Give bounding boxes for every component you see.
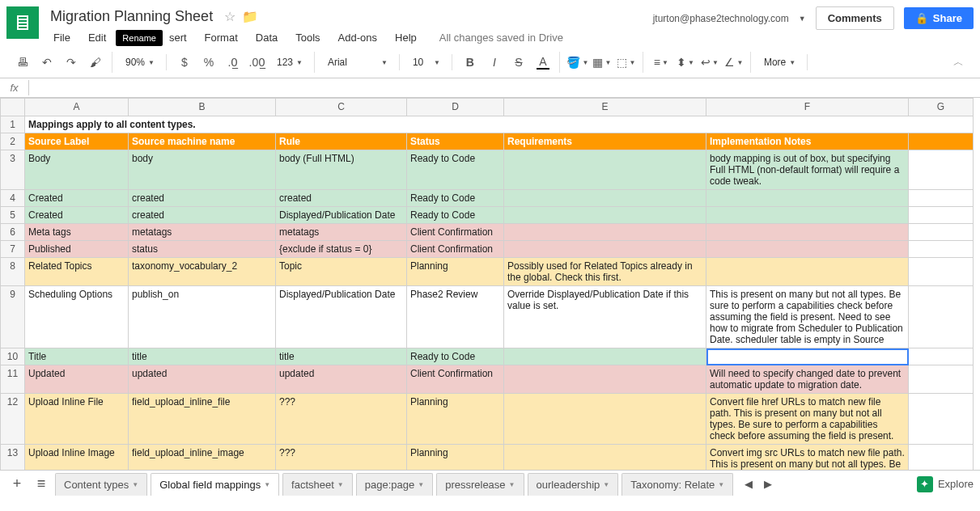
cell[interactable] <box>504 241 706 258</box>
cell[interactable]: Published <box>25 241 129 258</box>
row-header[interactable]: 7 <box>1 241 25 258</box>
cell[interactable]: status <box>129 241 276 258</box>
cell[interactable]: Status <box>407 133 504 150</box>
cell[interactable]: updated <box>129 365 276 394</box>
cell[interactable]: created <box>276 190 407 207</box>
cell[interactable]: Mappings apply to all content types. <box>25 116 974 133</box>
folder-icon[interactable]: 📁 <box>242 9 258 24</box>
col-header-d[interactable]: D <box>407 99 504 116</box>
cell[interactable]: Planning <box>407 394 504 445</box>
bold-icon[interactable]: B <box>459 52 482 73</box>
cell[interactable]: Ready to Code <box>407 150 504 190</box>
cell[interactable]: Displayed/Publication Date <box>276 207 407 224</box>
cell[interactable] <box>706 241 909 258</box>
menu-edit[interactable]: Edit <box>80 28 114 47</box>
cell[interactable] <box>909 286 974 348</box>
cell[interactable]: Meta tags <box>25 224 129 241</box>
col-header-c[interactable]: C <box>276 99 407 116</box>
tab-menu-icon[interactable]: ▼ <box>509 481 515 488</box>
cell[interactable]: Implementation Notes <box>706 133 909 150</box>
share-button[interactable]: 🔒 Share <box>904 7 974 29</box>
all-sheets-icon[interactable]: ≡ <box>29 472 53 496</box>
cell[interactable]: Client Confirmation <box>407 365 504 394</box>
tab-menu-icon[interactable]: ▼ <box>264 481 270 488</box>
cell[interactable]: body <box>129 150 276 190</box>
halign-icon[interactable]: ≡▼ <box>650 52 672 73</box>
cell[interactable]: Planning <box>407 445 504 471</box>
menu-data[interactable]: Data <box>248 28 286 47</box>
row-header[interactable]: 8 <box>1 258 25 286</box>
percent-icon[interactable]: % <box>197 52 220 73</box>
formula-input[interactable] <box>29 80 980 95</box>
text-color-icon[interactable]: A <box>532 52 554 73</box>
cell[interactable]: Source Label <box>25 133 129 150</box>
cell[interactable]: Updated <box>25 365 129 394</box>
undo-icon[interactable]: ↶ <box>36 52 58 73</box>
zoom-select[interactable]: 90%▼ <box>119 54 161 70</box>
tab-scroll-left-icon[interactable]: ◀ <box>745 478 753 490</box>
cell[interactable]: {exclude if status = 0} <box>276 241 407 258</box>
cell[interactable]: Client Confirmation <box>407 224 504 241</box>
cell[interactable]: Will need to specify changed date to pre… <box>706 365 909 394</box>
comments-button[interactable]: Comments <box>816 6 894 30</box>
cell[interactable] <box>909 190 974 207</box>
cell[interactable]: Related Topics <box>25 258 129 286</box>
cell[interactable]: metatags <box>129 224 276 241</box>
row-header[interactable]: 11 <box>1 365 25 394</box>
cell[interactable] <box>504 365 706 394</box>
select-all-corner[interactable] <box>1 99 25 116</box>
italic-icon[interactable]: I <box>483 52 506 73</box>
row-header[interactable]: 6 <box>1 224 25 241</box>
cell[interactable]: Phase2 Review <box>407 286 504 348</box>
tab-scroll-right-icon[interactable]: ▶ <box>764 478 772 490</box>
menu-addons[interactable]: Add-ons <box>330 28 385 47</box>
cell[interactable] <box>909 258 974 286</box>
cell[interactable]: title <box>276 348 407 365</box>
doc-title[interactable]: Migration Planning Sheet <box>45 6 218 27</box>
tab-menu-icon[interactable]: ▼ <box>337 481 344 488</box>
cell[interactable]: body (Full HTML) <box>276 150 407 190</box>
cell[interactable] <box>504 445 706 471</box>
cell[interactable]: Ready to Code <box>407 190 504 207</box>
col-header-g[interactable]: G <box>909 99 974 116</box>
cell[interactable] <box>909 207 974 224</box>
add-sheet-icon[interactable]: + <box>5 472 29 496</box>
star-icon[interactable]: ☆ <box>224 9 235 24</box>
cell[interactable]: field_upload_inline_file <box>129 394 276 445</box>
cell[interactable] <box>706 258 909 286</box>
cell[interactable] <box>909 394 974 445</box>
row-header[interactable]: 4 <box>1 190 25 207</box>
cell[interactable] <box>706 224 909 241</box>
cell[interactable]: Title <box>25 348 129 365</box>
cell[interactable] <box>504 394 706 445</box>
cell[interactable] <box>504 207 706 224</box>
sheet-tab[interactable]: Content types▼ <box>55 473 147 496</box>
row-header[interactable]: 12 <box>1 394 25 445</box>
cell[interactable] <box>706 190 909 207</box>
decrease-decimal-icon[interactable]: .0̲ <box>222 52 244 73</box>
tab-menu-icon[interactable]: ▼ <box>418 481 424 488</box>
rotate-icon[interactable]: ∠▼ <box>723 52 745 73</box>
cell[interactable] <box>909 133 974 150</box>
cell[interactable]: Created <box>25 190 129 207</box>
menu-format[interactable]: Format <box>197 28 246 47</box>
col-header-e[interactable]: E <box>504 99 706 116</box>
paint-format-icon[interactable]: 🖌 <box>84 52 107 73</box>
row-header[interactable]: 5 <box>1 207 25 224</box>
account-arrow-icon[interactable]: ▼ <box>799 15 806 23</box>
menu-file[interactable]: File <box>45 28 78 47</box>
cell[interactable] <box>909 150 974 190</box>
print-icon[interactable]: 🖶 <box>11 52 34 73</box>
cell[interactable] <box>504 348 706 365</box>
cell[interactable]: Convert file href URLs to match new file… <box>706 394 909 445</box>
cell[interactable]: Body <box>25 150 129 190</box>
cell[interactable]: created <box>129 207 276 224</box>
cell[interactable]: Upload Inline File <box>25 394 129 445</box>
row-header[interactable]: 1 <box>1 116 25 133</box>
borders-icon[interactable]: ▦▼ <box>591 52 613 73</box>
cell[interactable]: field_upload_inline_image <box>129 445 276 471</box>
cell[interactable]: Displayed/Publication Date <box>276 286 407 348</box>
cell[interactable]: title <box>129 348 276 365</box>
cell[interactable]: Created <box>25 207 129 224</box>
sheet-tab[interactable]: factsheet▼ <box>282 473 353 496</box>
